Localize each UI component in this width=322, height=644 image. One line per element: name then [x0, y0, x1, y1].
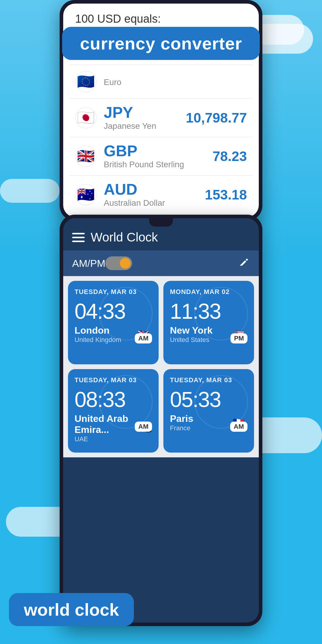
currency-code-jpy: JPY	[104, 105, 186, 120]
currency-info-eur: Euro	[104, 76, 247, 87]
paris-time: 05:33	[170, 389, 247, 410]
clock-card-uae[interactable]: TUESDAY, MAR 03 08:33 AM United Arab Emi…	[68, 369, 159, 453]
hamburger-line-3	[72, 241, 85, 242]
currency-value-gbp: 78.23	[213, 148, 247, 164]
ampm-label: AM/PM	[72, 258, 105, 269]
newyork-city: New York	[170, 325, 213, 336]
worldclock-screen: World Clock AM/PM TUESDAY, MAR 03	[63, 218, 259, 623]
newyork-city-info: New York United States	[170, 325, 213, 344]
hamburger-line-2	[72, 237, 85, 238]
newyork-time: 11:33	[170, 301, 247, 322]
toggle-knob	[120, 258, 131, 269]
newyork-date: MONDAY, MAR 02	[170, 288, 247, 296]
uae-city: United Arab Emira...	[75, 413, 139, 435]
currency-value-aud: 153.18	[205, 187, 247, 203]
paris-ampm: AM	[230, 422, 247, 432]
ampm-toggle[interactable]	[105, 256, 132, 270]
currency-info-gbp: GBP British Pound Sterling	[104, 143, 213, 169]
ampm-row: AM/PM	[63, 250, 259, 276]
currency-item-aud[interactable]: 🇦🇺 AUD Australian Dollar 153.18	[69, 176, 253, 214]
uae-country: UAE	[75, 435, 139, 443]
uae-date: TUESDAY, MAR 03	[75, 376, 152, 384]
worldclock-label-text: world clock	[24, 600, 119, 619]
hamburger-line-1	[72, 233, 85, 234]
clock-card-paris[interactable]: TUESDAY, MAR 03 05:33 AM Paris France 🇫🇷	[163, 369, 254, 453]
newyork-country: United States	[170, 336, 213, 344]
flag-aud: 🇦🇺	[75, 184, 97, 205]
currency-name-aud: Australian Dollar	[104, 198, 205, 208]
london-city: London	[75, 325, 121, 336]
paris-city-info: Paris France	[170, 413, 193, 432]
clock-card-london[interactable]: TUESDAY, MAR 03 04:33 AM London United K…	[68, 281, 159, 364]
edit-button[interactable]	[238, 257, 250, 270]
flag-eur: 🇪🇺	[75, 71, 97, 92]
currency-code-aud: AUD	[104, 182, 205, 197]
worldclock-label: world clock	[9, 593, 134, 626]
london-date: TUESDAY, MAR 03	[75, 288, 152, 296]
newyork-ampm: PM	[230, 333, 247, 343]
clock-card-newyork[interactable]: MONDAY, MAR 02 11:33 PM New York United …	[163, 281, 254, 364]
paris-city: Paris	[170, 413, 193, 424]
paris-country: France	[170, 424, 193, 432]
london-city-info: London United Kingdom	[75, 325, 121, 344]
clock-grid: TUESDAY, MAR 03 04:33 AM London United K…	[63, 276, 259, 457]
currency-value-jpy: 10,798.77	[186, 110, 247, 126]
phone-notch	[149, 218, 173, 227]
edit-icon	[238, 257, 250, 269]
worldclock-title: World Clock	[91, 230, 250, 244]
uae-time: 08:33	[75, 389, 152, 410]
flag-gbp: 🇬🇧	[75, 145, 97, 167]
london-ampm: AM	[135, 333, 152, 343]
currency-code-gbp: GBP	[104, 143, 213, 159]
london-country: United Kingdom	[75, 336, 121, 344]
currency-name-jpy: Japanese Yen	[104, 121, 186, 131]
currency-info-jpy: JPY Japanese Yen	[104, 105, 186, 131]
menu-button[interactable]	[72, 233, 85, 242]
currency-name-gbp: British Pound Sterling	[104, 160, 213, 169]
currency-item-gbp[interactable]: 🇬🇧 GBP British Pound Sterling 78.23	[69, 137, 253, 176]
currency-item-jpy[interactable]: 🇯🇵 JPY Japanese Yen 10,798.77	[69, 99, 253, 137]
uae-city-info: United Arab Emira... UAE	[75, 413, 139, 443]
currency-name-eur: Euro	[104, 78, 247, 87]
paris-date: TUESDAY, MAR 03	[170, 376, 247, 384]
currency-converter-label: currency converter	[62, 27, 260, 60]
flag-jpy: 🇯🇵	[75, 107, 97, 129]
phone-worldclock: World Clock AM/PM TUESDAY, MAR 03	[60, 215, 262, 626]
currency-converter-label-text: currency converter	[80, 34, 242, 53]
currency-info-aud: AUD Australian Dollar	[104, 182, 205, 208]
london-time: 04:33	[75, 301, 152, 322]
uae-ampm: AM	[135, 422, 152, 432]
cloud-3	[0, 179, 60, 203]
currency-item-eur[interactable]: 🇪🇺 Euro	[69, 65, 253, 99]
